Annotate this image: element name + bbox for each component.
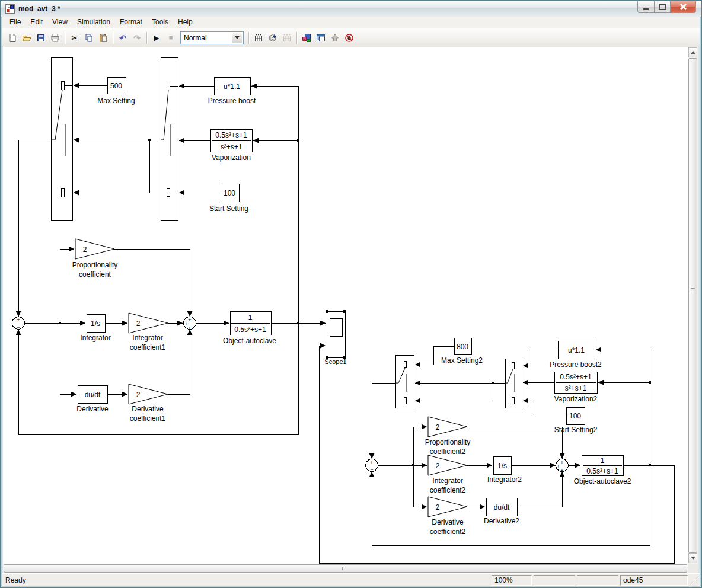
start-simulation-button[interactable]: ▶: [149, 31, 164, 44]
vertical-scroll-thumb[interactable]: [688, 58, 697, 553]
block-label: Proportionality: [72, 261, 118, 269]
block-object-autoclave[interactable]: 1 0.5s²+s+1: [230, 311, 271, 335]
status-panel: [577, 575, 618, 586]
block-integrator2[interactable]: 1/s: [493, 456, 511, 474]
wire: [415, 383, 493, 401]
generate-code-button[interactable]: [280, 31, 294, 44]
build-all-button[interactable]: [266, 31, 280, 44]
block-label: Pressure boost2: [550, 360, 602, 369]
toolbar-separator: [296, 32, 297, 44]
cut-button[interactable]: ✂: [68, 31, 82, 44]
horizontal-scrollbar[interactable]: [3, 564, 688, 573]
vertical-scrollbar[interactable]: [688, 47, 698, 564]
block-max-setting[interactable]: 500: [107, 77, 126, 94]
block-max-setting2[interactable]: 800: [454, 338, 471, 354]
block-switch2[interactable]: [395, 355, 414, 408]
svg-text:+: +: [560, 468, 563, 474]
block-vaporization[interactable]: 0.5s²+s+1 s²+s+1: [210, 129, 252, 152]
scroll-down-button[interactable]: [688, 553, 697, 563]
block-label: coefficient1: [130, 343, 166, 351]
menu-file[interactable]: File: [5, 17, 25, 28]
block-proportionality-coefficient[interactable]: 2: [75, 239, 114, 259]
block-derivative-coefficient1[interactable]: 2: [129, 384, 168, 404]
menu-tools[interactable]: Tools: [147, 17, 173, 28]
resize-grip[interactable]: [690, 576, 699, 585]
block-label: coefficient1: [130, 414, 166, 423]
block-start-setting2[interactable]: 100: [566, 407, 585, 424]
menu-view[interactable]: View: [47, 17, 72, 28]
combo-dropdown-button[interactable]: [232, 33, 242, 43]
svg-text:+: +: [560, 459, 563, 465]
block-vaporization2[interactable]: 0.5s²+s+1 s²+s+1: [554, 372, 597, 393]
menu-edit[interactable]: Edit: [25, 17, 47, 28]
wire: [168, 330, 190, 394]
toolbar-separator: [113, 32, 113, 44]
arrow-down-icon: [691, 557, 695, 562]
thumb-grip: [342, 567, 347, 570]
svg-text:+: +: [188, 317, 191, 323]
model-canvas[interactable]: 500 Max Setting u*1.1 Pressure boost 0.5…: [3, 47, 688, 564]
minimize-button[interactable]: [637, 1, 655, 13]
block-switch1[interactable]: [161, 57, 178, 220]
undo-button[interactable]: ↶: [116, 31, 130, 44]
block-label: Start Setting: [209, 204, 248, 213]
block-label: coefficient2: [430, 486, 466, 494]
copy-icon: [84, 33, 94, 43]
block-object-autoclave2[interactable]: 1 0.5s²+s+1: [582, 455, 623, 475]
debug-disabled-icon: [344, 33, 354, 43]
block-derivative[interactable]: du/dt: [78, 385, 107, 403]
svg-text:1/s: 1/s: [497, 462, 507, 470]
block-sum[interactable]: + −: [12, 317, 25, 331]
svg-text:+: +: [557, 464, 560, 469]
simulation-mode-combo[interactable]: Normal: [180, 31, 244, 44]
model-browser-icon: [316, 33, 326, 43]
block-derivative2[interactable]: du/dt: [486, 498, 517, 516]
block-integrator-coefficient2[interactable]: 2: [428, 455, 467, 475]
block-sum3[interactable]: + + +: [556, 459, 569, 474]
stop-simulation-button[interactable]: ■: [164, 31, 178, 44]
block-proportionality-coefficient2[interactable]: 2: [428, 417, 467, 437]
block-sum1[interactable]: + + +: [184, 317, 196, 332]
title-bar[interactable]: mod_avt_3 *: [1, 1, 701, 17]
print-button[interactable]: [48, 31, 62, 44]
copy-button[interactable]: [82, 31, 96, 44]
menu-format[interactable]: Format: [115, 17, 147, 28]
scroll-up-button[interactable]: [688, 47, 697, 57]
block-sum2[interactable]: + −: [366, 459, 378, 473]
block-start-setting[interactable]: 100: [221, 184, 239, 202]
block-integrator-coefficient1[interactable]: 2: [129, 313, 168, 333]
save-model-button[interactable]: [34, 31, 48, 44]
svg-text:1/s: 1/s: [91, 319, 100, 328]
block-label: Max Setting2: [441, 356, 483, 365]
go-to-parent-button[interactable]: [328, 31, 342, 44]
block-pressure-boost2[interactable]: u*1.1: [558, 341, 595, 359]
update-diagram-button[interactable]: [251, 31, 266, 44]
close-button[interactable]: [671, 1, 696, 13]
block-switch3[interactable]: [505, 359, 522, 408]
printer-icon: [50, 33, 60, 43]
status-bar: Ready 100% ode45: [2, 573, 700, 586]
redo-button[interactable]: ↷: [130, 31, 144, 44]
new-model-button[interactable]: [5, 31, 20, 44]
svg-text:−: −: [17, 324, 20, 330]
debug-button[interactable]: [342, 31, 356, 44]
block-scope1[interactable]: [326, 310, 346, 359]
block-pressure-boost[interactable]: u*1.1: [214, 77, 250, 95]
thumb-grip: [691, 288, 695, 293]
solver-name: ode45: [620, 575, 688, 586]
menu-simulation[interactable]: Simulation: [72, 17, 115, 28]
block-integrator[interactable]: 1/s: [87, 314, 105, 332]
paste-button[interactable]: [96, 31, 110, 44]
block-label: Integrator2: [487, 475, 522, 484]
signal-wires[interactable]: [18, 85, 674, 563]
svg-text:2: 2: [136, 319, 141, 328]
block-switch[interactable]: [51, 57, 72, 220]
open-model-button[interactable]: [20, 31, 34, 44]
model-browser-button[interactable]: [314, 31, 328, 44]
menu-help[interactable]: Help: [173, 17, 197, 28]
library-browser-button[interactable]: [299, 31, 314, 44]
open-folder-icon: [22, 33, 31, 43]
horizontal-scroll-thumb[interactable]: [4, 564, 687, 573]
maximize-button[interactable]: [655, 1, 671, 13]
block-derivative-coefficient2[interactable]: 2: [428, 497, 467, 517]
